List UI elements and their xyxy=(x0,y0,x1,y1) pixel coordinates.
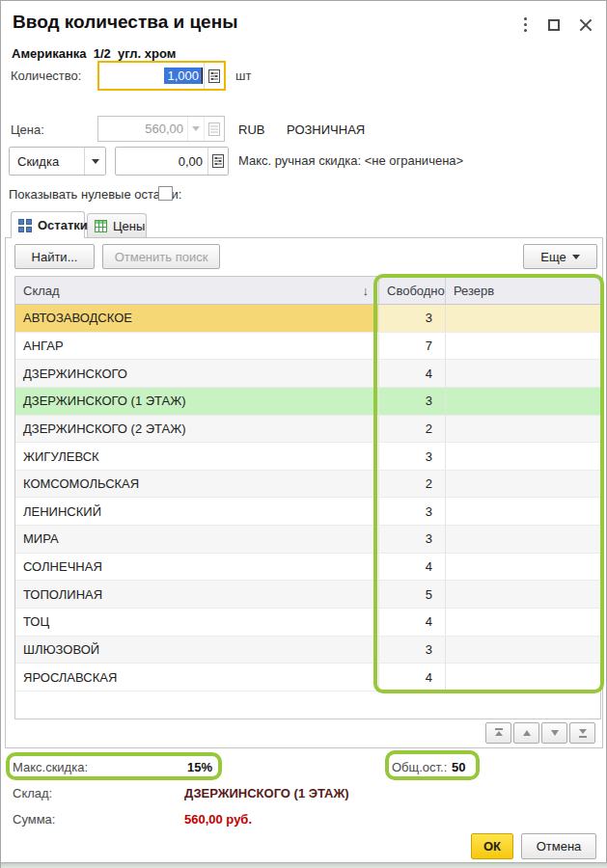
cell-reserve[interactable] xyxy=(446,305,600,332)
currency-label: RUB xyxy=(238,122,264,137)
cell-warehouse[interactable]: ТОПОЛИНАЯ xyxy=(15,581,379,608)
maximize-icon[interactable] xyxy=(548,19,560,31)
table-row[interactable]: ТОПОЛИНАЯ5 xyxy=(15,581,600,609)
move-down-button[interactable] xyxy=(541,722,567,744)
cell-warehouse[interactable]: АНГАР xyxy=(15,333,379,360)
kebab-menu-icon[interactable] xyxy=(522,15,529,34)
product-name: Американка 1/2 угл. хром xyxy=(12,46,176,61)
cell-free[interactable]: 4 xyxy=(379,664,446,691)
table-row[interactable]: КОМСОМОЛЬСКАЯ2 xyxy=(15,471,600,499)
cell-reserve[interactable] xyxy=(446,498,600,525)
tab-tseny[interactable]: Цены xyxy=(87,213,147,238)
cell-free[interactable]: 3 xyxy=(379,388,446,415)
cell-free[interactable]: 2 xyxy=(379,416,446,443)
chevron-down-icon xyxy=(572,255,580,259)
cell-reserve[interactable] xyxy=(446,581,600,608)
cell-reserve[interactable] xyxy=(446,637,600,664)
cell-reserve[interactable] xyxy=(446,388,600,415)
dialog-window: Ввод количества и цены Американка 1/2 уг… xyxy=(0,0,607,868)
cell-warehouse[interactable]: КОМСОМОЛЬСКАЯ xyxy=(15,471,379,498)
cell-free[interactable]: 4 xyxy=(379,609,446,636)
cell-warehouse[interactable]: ЛЕНИНСКИЙ xyxy=(15,498,379,525)
cell-warehouse[interactable]: МИРА xyxy=(15,526,379,553)
table-row[interactable]: СОЛНЕЧНАЯ4 xyxy=(15,554,600,582)
down-icon xyxy=(550,728,560,738)
cell-free[interactable]: 5 xyxy=(379,581,446,608)
sort-desc-icon[interactable]: ↓ xyxy=(363,284,370,298)
cell-reserve[interactable] xyxy=(446,443,600,470)
quantity-input[interactable]: 1,000 xyxy=(97,61,226,91)
cell-reserve[interactable] xyxy=(446,471,600,498)
ok-button[interactable]: ОК xyxy=(471,833,513,859)
window-bottom-edge xyxy=(1,862,607,868)
price-value: 560,00 xyxy=(98,117,187,141)
table-row[interactable]: ЯРОСЛАВСКАЯ4 xyxy=(15,664,600,692)
table-row[interactable]: ТОЦ4 xyxy=(15,609,600,637)
cell-reserve[interactable] xyxy=(446,664,600,691)
cell-warehouse[interactable]: ЖИГУЛЕВСК xyxy=(15,443,379,470)
discount-input[interactable]: 0,00 xyxy=(115,147,229,176)
cell-free[interactable]: 2 xyxy=(379,471,446,498)
table-row[interactable]: ЖИГУЛЕВСК3 xyxy=(15,443,600,471)
blue-grid-icon xyxy=(18,219,32,232)
cell-warehouse[interactable]: ТОЦ xyxy=(15,609,379,636)
discount-calculator-icon[interactable] xyxy=(207,148,228,175)
close-icon[interactable] xyxy=(579,18,593,32)
go-to-top-button[interactable] xyxy=(485,722,511,744)
calculator-icon[interactable] xyxy=(204,63,224,89)
table-row[interactable]: АВТОЗАВОДСКОЕ3 xyxy=(15,305,600,333)
total-stock-value: 50 xyxy=(452,760,465,774)
price-input: 560,00 xyxy=(97,116,225,142)
chevron-down-icon[interactable] xyxy=(84,148,105,175)
table-header: Склад ↓ Свободно Резерв xyxy=(15,277,600,305)
discount-type-select[interactable]: Скидка xyxy=(9,147,106,176)
cell-reserve[interactable] xyxy=(446,526,600,553)
table-row[interactable]: МИРА3 xyxy=(15,526,600,554)
cell-reserve[interactable] xyxy=(446,360,600,387)
discount-value[interactable]: 0,00 xyxy=(116,148,207,175)
cell-warehouse[interactable]: СОЛНЕЧНАЯ xyxy=(15,554,379,581)
cell-free[interactable]: 3 xyxy=(379,443,446,470)
cell-warehouse[interactable]: ШЛЮЗОВОЙ xyxy=(15,637,379,664)
cancel-search-button[interactable]: Отменить поиск xyxy=(102,244,220,269)
max-discount-value: 15% xyxy=(187,760,212,774)
stock-table: Склад ↓ Свободно Резерв АВТОЗАВОДСКОЕ3АН… xyxy=(14,276,601,719)
column-header-rezerv[interactable]: Резерв xyxy=(446,277,600,304)
cell-reserve[interactable] xyxy=(446,609,600,636)
cell-reserve[interactable] xyxy=(446,333,600,360)
table-row[interactable]: ШЛЮЗОВОЙ3 xyxy=(15,637,600,665)
cell-reserve[interactable] xyxy=(446,416,600,443)
cell-free[interactable]: 7 xyxy=(379,333,446,360)
tab-ostatki[interactable]: Остатки xyxy=(11,211,85,238)
find-button[interactable]: Найти... xyxy=(14,244,95,269)
table-row[interactable]: ДЗЕРЖИНСКОГО (2 ЭТАЖ)2 xyxy=(15,416,600,444)
column-header-sklad[interactable]: Склад ↓ xyxy=(15,277,379,304)
bottom-icon xyxy=(578,728,588,738)
cell-reserve[interactable] xyxy=(446,554,600,581)
cell-free[interactable]: 4 xyxy=(379,360,446,387)
cell-warehouse[interactable]: ДЗЕРЖИНСКОГО (1 ЭТАЖ) xyxy=(15,388,379,415)
top-icon xyxy=(494,728,504,738)
cell-free[interactable]: 3 xyxy=(379,526,446,553)
more-button[interactable]: Еще xyxy=(523,244,597,269)
move-up-button[interactable] xyxy=(513,722,539,744)
go-to-bottom-button[interactable] xyxy=(569,722,595,744)
cancel-button[interactable]: Отмена xyxy=(521,833,596,859)
table-row[interactable]: ЛЕНИНСКИЙ3 xyxy=(15,498,600,526)
cell-warehouse[interactable]: АВТОЗАВОДСКОЕ xyxy=(15,305,379,332)
quantity-unit: шт xyxy=(235,68,251,83)
cell-warehouse[interactable]: ДЗЕРЖИНСКОГО xyxy=(15,360,379,387)
column-header-svobodno[interactable]: Свободно xyxy=(379,277,446,304)
cell-free[interactable]: 3 xyxy=(379,305,446,332)
table-row[interactable]: ДЗЕРЖИНСКОГО4 xyxy=(15,360,600,388)
table-row[interactable]: АНГАР7 xyxy=(15,333,600,361)
cell-warehouse[interactable]: ДЗЕРЖИНСКОГО (2 ЭТАЖ) xyxy=(15,416,379,443)
cell-free[interactable]: 4 xyxy=(379,554,446,581)
table-row[interactable]: ДЗЕРЖИНСКОГО (1 ЭТАЖ)3 xyxy=(15,388,600,416)
quantity-value[interactable]: 1,000 xyxy=(164,68,202,84)
discount-type-value[interactable]: Скидка xyxy=(10,148,84,175)
show-zero-checkbox[interactable] xyxy=(158,186,173,201)
cell-warehouse[interactable]: ЯРОСЛАВСКАЯ xyxy=(15,664,379,691)
cell-free[interactable]: 3 xyxy=(379,498,446,525)
cell-free[interactable]: 3 xyxy=(379,637,446,664)
